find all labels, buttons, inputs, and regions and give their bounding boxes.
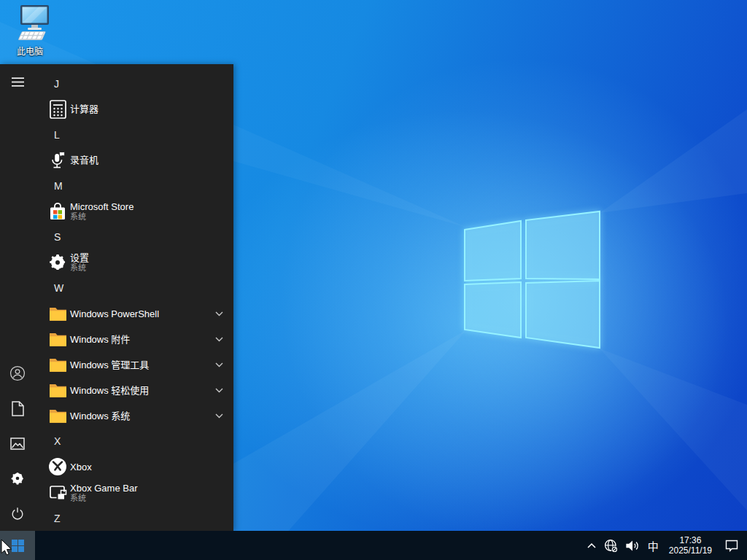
clock-time: 17:36 [679, 535, 701, 545]
section-header-S[interactable]: S [35, 224, 233, 249]
app-label: 计算器 [70, 104, 98, 114]
settings-button[interactable] [0, 461, 35, 496]
globe-no-internet-icon [604, 539, 618, 553]
app-item-settings[interactable]: 设置 系统 [35, 249, 233, 275]
this-pc-icon [9, 4, 50, 44]
clock-date: 2025/11/19 [669, 545, 712, 556]
chevron-down-icon[interactable] [215, 337, 223, 342]
system-tray: 中 17:36 2025/11/19 [583, 531, 747, 560]
start-menu: J 计算器 L [0, 64, 233, 531]
section-header-J[interactable]: J [35, 71, 233, 96]
folder-icon [48, 380, 67, 400]
ime-indicator[interactable]: 中 [643, 531, 663, 560]
app-sublabel: 系统 [70, 212, 133, 222]
chevron-down-icon[interactable] [215, 311, 223, 316]
document-icon [11, 401, 25, 416]
app-item-voice-recorder[interactable]: 录音机 [35, 147, 233, 173]
taskbar-clock[interactable]: 17:36 2025/11/19 [663, 531, 718, 560]
app-label: Windows 系统 [70, 411, 130, 421]
volume-button[interactable] [622, 531, 643, 560]
settings-gear-icon [48, 252, 67, 273]
power-button[interactable] [0, 496, 35, 531]
app-label: Microsoft Store [70, 201, 133, 212]
action-center-icon [725, 540, 738, 552]
chevron-down-icon[interactable] [215, 388, 223, 393]
action-center-button[interactable] [718, 531, 747, 560]
taskbar: 中 17:36 2025/11/19 [0, 531, 747, 560]
chevron-down-icon[interactable] [215, 413, 223, 419]
speaker-icon [625, 540, 640, 552]
app-label: Windows 管理工具 [70, 359, 149, 370]
app-item-microsoft-store[interactable]: Microsoft Store 系统 [35, 198, 233, 224]
store-icon [48, 201, 67, 222]
app-sublabel: 系统 [70, 494, 138, 503]
app-item-xbox[interactable]: Xbox [35, 454, 233, 480]
mouse-cursor [1, 539, 12, 556]
xbox-icon [48, 456, 67, 477]
app-label: Xbox [70, 462, 92, 472]
section-header-Z[interactable]: Z [35, 505, 233, 531]
start-app-list: J 计算器 L [35, 64, 233, 531]
app-label: 录音机 [70, 155, 98, 166]
app-folder-windows-powershell[interactable]: Windows PowerShell [35, 301, 233, 327]
desktop-icon-label: 此电脑 [17, 44, 43, 57]
app-item-calculator[interactable]: 计算器 [35, 96, 233, 122]
folder-icon [48, 303, 67, 324]
network-status-button[interactable] [600, 531, 622, 560]
user-account-button[interactable] [0, 356, 35, 391]
start-menu-rail [0, 64, 35, 531]
gamebar-icon [48, 483, 67, 503]
app-folder-windows-accessories[interactable]: Windows 附件 [35, 327, 233, 352]
folder-icon [48, 354, 67, 375]
desktop-icon-this-pc[interactable]: 此电脑 [6, 4, 54, 57]
documents-button[interactable] [0, 391, 35, 426]
app-label: Windows 附件 [70, 334, 130, 345]
hamburger-icon [12, 77, 24, 87]
pictures-icon [10, 438, 25, 450]
app-label: Xbox Game Bar [70, 483, 138, 494]
section-header-X[interactable]: X [35, 429, 233, 454]
section-header-W[interactable]: W [35, 276, 233, 301]
app-label: Windows 轻松使用 [70, 385, 149, 396]
app-label: Windows PowerShell [70, 308, 159, 319]
app-sublabel: 系统 [70, 263, 89, 273]
calculator-icon [48, 99, 67, 120]
chevron-up-icon [587, 543, 596, 548]
show-hidden-icons-button[interactable] [583, 531, 600, 560]
chevron-down-icon[interactable] [215, 362, 223, 368]
user-icon [9, 365, 26, 381]
section-header-L[interactable]: L [35, 122, 233, 147]
pictures-button[interactable] [0, 426, 35, 461]
folder-icon [48, 329, 67, 349]
section-header-M[interactable]: M [35, 173, 233, 198]
hamburger-menu-button[interactable] [0, 64, 35, 99]
power-icon [10, 506, 25, 521]
app-folder-windows-admin-tools[interactable]: Windows 管理工具 [35, 352, 233, 378]
taskbar-empty-area [35, 531, 583, 560]
app-label: 设置 [70, 252, 89, 263]
voice-recorder-icon [48, 150, 67, 171]
gear-icon [11, 472, 25, 486]
windows-logo-icon [12, 540, 24, 552]
app-item-xbox-game-bar[interactable]: Xbox Game Bar 系统 [35, 480, 233, 505]
folder-icon [48, 405, 67, 426]
app-folder-windows-system[interactable]: Windows 系统 [35, 403, 233, 429]
app-folder-windows-ease-of-access[interactable]: Windows 轻松使用 [35, 378, 233, 403]
